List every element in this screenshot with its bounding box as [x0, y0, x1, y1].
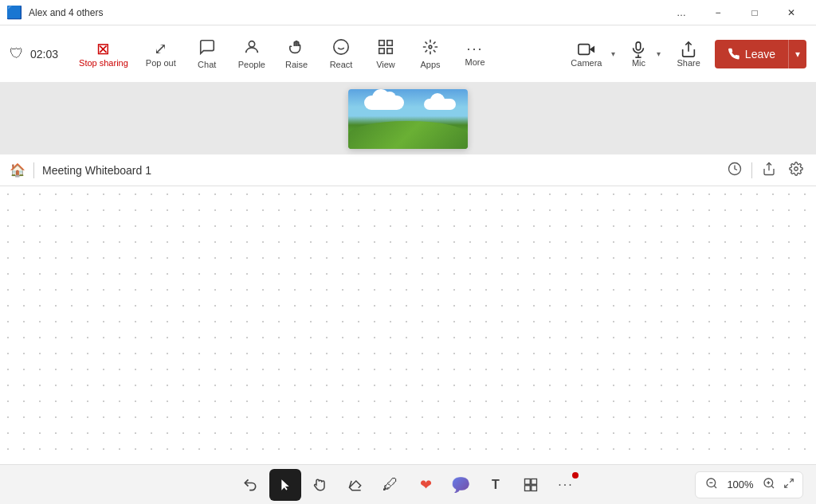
bubble-icon: 💬: [452, 476, 469, 494]
frames-icon: [524, 478, 538, 492]
chat-button[interactable]: Chat: [186, 33, 229, 74]
whiteboard-settings-button[interactable]: [786, 158, 806, 182]
zoom-in-button[interactable]: [759, 475, 779, 494]
whiteboard-share-button[interactable]: [759, 158, 779, 182]
svg-line-26: [771, 486, 774, 488]
react-button[interactable]: React: [320, 33, 363, 74]
more-options-button[interactable]: …: [663, 0, 700, 25]
zoom-out-button[interactable]: [702, 475, 721, 494]
share-button[interactable]: Share: [669, 36, 708, 72]
leave-chevron-button[interactable]: ▾: [788, 40, 806, 68]
zoom-expand-button[interactable]: [782, 476, 796, 493]
text-tool-button[interactable]: T: [480, 469, 512, 501]
dot-grid: [0, 186, 816, 464]
svg-point-8: [429, 45, 432, 49]
select-icon: [279, 479, 292, 491]
note-button[interactable]: 💬: [445, 469, 477, 501]
svg-rect-9: [579, 44, 590, 54]
chat-icon: [198, 38, 216, 58]
pen-button[interactable]: 🖊: [375, 469, 406, 501]
teams-logo-icon: 🟦: [6, 5, 22, 20]
svg-point-16: [794, 166, 798, 170]
settings-icon: [789, 162, 803, 176]
view-button[interactable]: View: [364, 33, 407, 74]
svg-line-23: [714, 486, 716, 488]
text-icon: T: [492, 478, 500, 492]
camera-icon: [578, 41, 595, 58]
people-button[interactable]: People: [230, 33, 273, 74]
close-button[interactable]: ✕: [773, 0, 810, 25]
camera-chevron-button[interactable]: ▾: [610, 49, 617, 58]
zoom-level: 100%: [724, 479, 756, 490]
expand-icon: [783, 478, 794, 489]
whiteboard-title: Meeting Whiteboard 1: [42, 164, 716, 177]
mic-label: Mic: [632, 58, 645, 68]
svg-point-0: [249, 41, 254, 47]
call-timer: 02:03: [30, 48, 58, 61]
svg-rect-19: [532, 479, 537, 484]
more-button[interactable]: ··· More: [453, 37, 496, 72]
mic-icon: [630, 41, 647, 58]
frames-button[interactable]: [515, 469, 547, 501]
raise-button[interactable]: Raise: [275, 33, 318, 74]
camera-group: Camera ▾: [564, 36, 617, 72]
apps-button[interactable]: Apps: [409, 33, 452, 74]
svg-line-30: [785, 484, 788, 487]
hand-icon: [312, 477, 328, 493]
undo-button[interactable]: [234, 469, 266, 501]
svg-point-1: [334, 40, 348, 54]
eraser-button[interactable]: [339, 469, 371, 501]
more-tools-button[interactable]: ···: [550, 469, 582, 501]
more-dots-icon: ···: [558, 478, 573, 492]
svg-rect-18: [525, 479, 531, 484]
whiteboard-canvas[interactable]: [0, 186, 816, 464]
whiteboard-header-right: [724, 158, 806, 182]
title-bar-controls: … − □ ✕: [663, 0, 810, 25]
video-area: [0, 83, 816, 154]
chat-label: Chat: [198, 60, 216, 69]
home-button[interactable]: 🏠: [10, 162, 26, 178]
react-label: React: [330, 60, 353, 69]
toolbar-right: Camera ▾ Mic ▾ Share Leave ▾: [564, 36, 806, 72]
apps-label: Apps: [420, 60, 440, 69]
toolbar-items: ⊠ Stop sharing ⤢ Pop out Chat People Rai…: [71, 33, 564, 74]
eraser-icon: [347, 477, 363, 493]
bottom-toolbar: 🖊 ❤ 💬 T ··· 100%: [0, 464, 816, 504]
svg-rect-20: [525, 485, 531, 490]
hill-decoration: [348, 121, 468, 149]
highlighter-button[interactable]: ❤: [410, 469, 441, 501]
select-tool-button[interactable]: [269, 469, 301, 501]
whiteboard-history-button[interactable]: [724, 158, 745, 182]
pop-out-button[interactable]: ⤢ Pop out: [138, 36, 184, 72]
leave-button[interactable]: Leave: [715, 40, 788, 68]
video-thumbnail-content: [348, 89, 468, 149]
separator-2: [751, 162, 752, 178]
pop-out-icon: ⤢: [154, 41, 167, 57]
notification-badge: [572, 472, 579, 479]
pop-out-label: Pop out: [146, 58, 176, 68]
svg-rect-7: [379, 49, 384, 53]
window-title: Alex and 4 others: [29, 7, 103, 18]
camera-label: Camera: [571, 58, 602, 68]
mic-button[interactable]: Mic: [623, 36, 653, 72]
hand-tool-button[interactable]: [304, 469, 336, 501]
share-label: Share: [677, 58, 700, 68]
stop-sharing-button[interactable]: ⊠ Stop sharing: [71, 36, 136, 72]
svg-rect-10: [637, 41, 641, 49]
video-thumbnail[interactable]: [348, 89, 468, 149]
maximize-button[interactable]: □: [736, 0, 773, 25]
undo-icon: [242, 477, 258, 493]
share-icon: [680, 41, 697, 58]
minimize-button[interactable]: −: [700, 0, 736, 25]
separator: [33, 162, 34, 178]
phone-leave-icon: [728, 48, 740, 61]
mic-chevron-button[interactable]: ▾: [655, 49, 662, 58]
react-icon: [332, 38, 350, 58]
cloud-decoration-1: [364, 96, 404, 110]
people-label: People: [238, 60, 265, 69]
camera-button[interactable]: Camera: [564, 36, 608, 72]
more-icon: ···: [466, 41, 483, 56]
title-bar: 🟦 Alex and 4 others … − □ ✕: [0, 0, 816, 25]
svg-rect-21: [532, 485, 537, 490]
cloud-decoration-2: [424, 99, 456, 110]
